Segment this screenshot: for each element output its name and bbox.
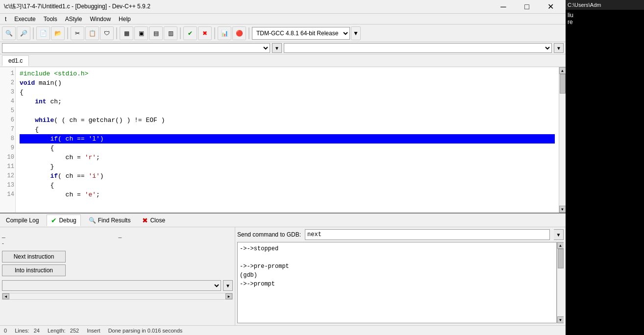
menu-item-window[interactable]: Window xyxy=(87,15,114,24)
right-path: C:\Users\Adm xyxy=(568,2,601,8)
menu-item-tools[interactable]: Tools xyxy=(41,15,60,24)
editor-scrollbar[interactable]: ▲ ▼ xyxy=(559,67,566,213)
path-dropdown-left[interactable] xyxy=(2,43,270,53)
toolbar-btn-copy[interactable]: 📋 xyxy=(85,26,99,40)
code-line-14: ch = 'e'; xyxy=(20,190,555,199)
gdb-output-area: ->->stopped ->->pre-prompt (gdb) ->->pro… xyxy=(237,242,564,323)
bottom-content: _ _ - Next instruction Into instruction … xyxy=(0,227,566,325)
debug-btn-col: Next instruction Into instruction xyxy=(2,251,66,276)
close-label: Close xyxy=(150,217,165,224)
status-line: 0 xyxy=(4,328,7,334)
gdb-line-2 xyxy=(240,253,554,262)
toolbar-sep4 xyxy=(180,27,181,39)
lines-label: Lines: xyxy=(15,328,29,334)
hscroll-right-btn[interactable]: ► xyxy=(225,293,232,299)
status-length: Length: 252 xyxy=(48,328,79,334)
scroll-up-btn[interactable]: ▲ xyxy=(559,67,566,74)
debug-dropdown-btn[interactable]: ▼ xyxy=(223,280,233,291)
tab-debug[interactable]: ✔ Debug xyxy=(47,215,80,226)
bottom-panel: Compile Log ✔ Debug 🔍 Find Results ✖ Clo… xyxy=(0,213,566,325)
tab-bar: ed1.c xyxy=(0,54,566,67)
toolbar-btn-cut[interactable]: ✂ xyxy=(71,26,84,40)
editor-area: 12345 678910 11121314 #include <stdio.h>… xyxy=(0,67,566,213)
gdb-line-5: ->->prompt xyxy=(240,280,554,288)
debug-buttons: Next instruction Into instruction xyxy=(2,249,233,278)
code-line-3: { xyxy=(20,88,555,97)
gdb-command-row: Send command to GDB: ▼ xyxy=(237,229,564,240)
toolbar-sep1 xyxy=(33,27,34,39)
gdb-scroll-up[interactable]: ▲ xyxy=(557,242,564,249)
gdb-scroll-track xyxy=(557,249,564,316)
gdb-line-1: ->->stopped xyxy=(240,244,554,253)
toolbar-btn-x[interactable]: ✖ xyxy=(198,26,212,40)
bottom-tabs: Compile Log ✔ Debug 🔍 Find Results ✖ Clo… xyxy=(0,214,566,227)
find-results-icon: 🔍 xyxy=(89,217,96,224)
gdb-scrollbar[interactable]: ▲ ▼ xyxy=(557,242,564,323)
next-instruction-button[interactable]: Next instruction xyxy=(2,251,66,263)
code-line-5 xyxy=(20,106,555,116)
gdb-output[interactable]: ->->stopped ->->pre-prompt (gdb) ->->pro… xyxy=(237,242,557,323)
gdb-scroll-thumb[interactable] xyxy=(558,249,564,268)
toolbar-btn-grid3[interactable]: ▤ xyxy=(149,26,163,40)
menu-item-execute[interactable]: Execute xyxy=(11,15,38,24)
code-line-6: while( ( ch = getchar() ) != EOF ) xyxy=(20,116,555,125)
length-label: Length: xyxy=(48,328,66,334)
toolbar-btn-search1[interactable]: 🔍 xyxy=(2,26,16,40)
toolbar-btn-search2[interactable]: 🔎 xyxy=(17,26,30,40)
path-dropdown-right[interactable] xyxy=(284,43,552,53)
code-line-10: ch = 'r'; xyxy=(20,153,555,162)
toolbar-btn-debug2[interactable]: 🔴 xyxy=(232,26,246,40)
gdb-line-4: (gdb) xyxy=(240,271,554,280)
menu-item-help[interactable]: Help xyxy=(116,15,134,24)
debug-check-icon: ✔ xyxy=(51,216,57,224)
find-results-label: Find Results xyxy=(98,217,131,224)
toolbar-sep3 xyxy=(116,27,117,39)
right-line2: re xyxy=(568,19,642,25)
tab-close[interactable]: ✖ Close xyxy=(138,215,169,226)
gdb-label: Send command to GDB: xyxy=(237,231,301,238)
lines-value: 24 xyxy=(34,328,40,334)
status-bar: 0 Lines: 24 Length: 252 Insert Done pars… xyxy=(0,325,566,335)
debug-hscrollbar[interactable]: ◄ ► xyxy=(2,293,233,300)
toolbar-btn-new[interactable]: 📄 xyxy=(36,26,50,40)
debug-dropdown[interactable] xyxy=(2,280,221,291)
toolbar-btn-grid4[interactable]: ▥ xyxy=(164,26,177,40)
toolbar-btn-check[interactable]: ✔ xyxy=(183,26,197,40)
code-line-8: if( ch == 'l') xyxy=(20,134,555,144)
toolbar-btn-chart[interactable]: 📊 xyxy=(218,26,231,40)
toolbar-btn-grid1[interactable]: ▦ xyxy=(120,26,133,40)
toolbar-sep5 xyxy=(214,27,215,39)
code-line-7: { xyxy=(20,125,555,134)
scroll-down-btn[interactable]: ▼ xyxy=(559,206,566,213)
compiler-dropdown-btn[interactable]: ▼ xyxy=(351,26,361,40)
hscroll-left-btn[interactable]: ◄ xyxy=(2,293,9,299)
minimize-button[interactable]: ─ xyxy=(492,0,515,14)
path-dropdown-left-btn[interactable]: ▼ xyxy=(272,43,282,53)
gdb-line-3: ->->pre-prompt xyxy=(240,262,554,271)
gdb-input[interactable] xyxy=(305,229,550,240)
into-instruction-button[interactable]: Into instruction xyxy=(2,264,66,276)
gdb-dropdown-btn[interactable]: ▼ xyxy=(554,229,564,240)
code-content[interactable]: #include <stdio.h> void main() { int ch;… xyxy=(16,67,559,213)
maximize-button[interactable]: □ xyxy=(516,0,538,14)
gdb-scroll-down[interactable]: ▼ xyxy=(557,316,564,323)
debug-left-panel: _ _ - Next instruction Into instruction … xyxy=(0,227,235,325)
compile-log-label: Compile Log xyxy=(6,217,39,224)
code-line-4: int ch; xyxy=(20,97,555,106)
menu-item-astyle[interactable]: AStyle xyxy=(62,15,85,24)
toolbar-btn-grid2[interactable]: ▣ xyxy=(134,26,148,40)
scroll-thumb[interactable] xyxy=(560,74,566,94)
line-numbers: 12345 678910 11121314 xyxy=(0,67,16,213)
toolbar-sep2 xyxy=(67,27,68,39)
tab-editor[interactable]: ed1.c xyxy=(2,55,29,66)
tab-find-results[interactable]: 🔍 Find Results xyxy=(85,215,135,226)
close-button[interactable]: ✕ xyxy=(539,0,562,14)
toolbar-btn-open[interactable]: 📂 xyxy=(51,26,65,40)
menu-item-file[interactable]: t xyxy=(2,15,9,24)
right-header: C:\Users\Adm xyxy=(566,0,644,10)
toolbar-btn-shield[interactable]: 🛡 xyxy=(100,26,114,40)
tab-compile-log[interactable]: Compile Log xyxy=(2,215,43,226)
debug-var2: _ xyxy=(119,231,233,238)
path-dropdown-right-btn[interactable]: ▼ xyxy=(554,43,564,53)
compiler-select[interactable]: TDM-GCC 4.8.1 64-bit Release xyxy=(252,27,350,40)
